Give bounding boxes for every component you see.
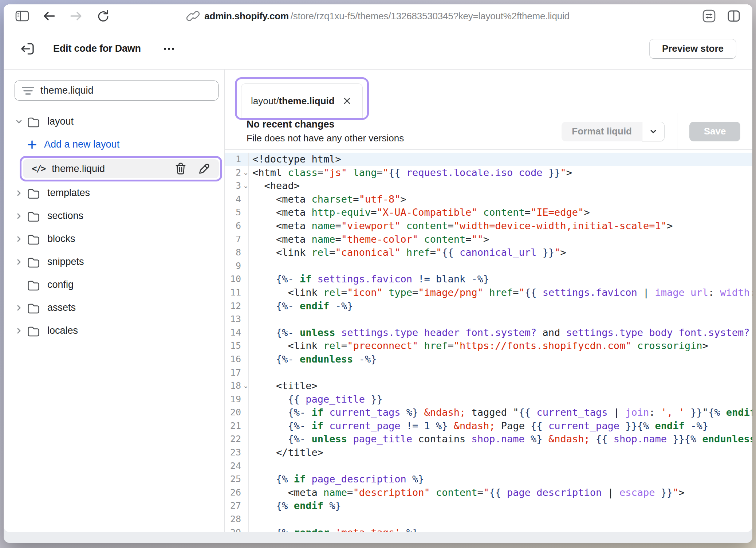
code-line[interactable]: 10 {%- if settings.favicon != blank -%} [225, 273, 752, 286]
status-subtitle: File does not have any other versions [247, 133, 404, 144]
search-input[interactable] [40, 85, 212, 96]
url-bar[interactable]: admin.shopify.com/store/rzq1xu-f5/themes… [186, 9, 570, 23]
line-number: 23 [225, 446, 249, 459]
line-number: 24 [225, 459, 249, 473]
fold-chevron-icon[interactable]: ⌄ [243, 182, 249, 189]
close-icon[interactable] [341, 95, 353, 107]
code-line[interactable]: 22 {%- unless page_title contains shop.n… [225, 432, 752, 446]
line-number: 20 [225, 406, 249, 419]
chevron-right-icon[interactable] [15, 327, 23, 335]
file-search[interactable] [15, 81, 218, 101]
code-line[interactable]: 15 <link rel="preconnect" href="https://… [225, 339, 752, 353]
code-line[interactable]: 21 {%- if current_page != 1 %} &ndash; P… [225, 419, 752, 433]
line-number: 28 [225, 513, 249, 526]
code-line[interactable]: 5 <meta http-equiv="X-UA-Compatible" con… [225, 206, 752, 219]
code-line[interactable]: 14 {%- unless settings.type_header_font.… [225, 326, 752, 340]
sidebar-item-theme-liquid[interactable]: </> theme.liquid [9, 156, 222, 181]
desktop-background: { "browser": { "url_host": "admin.shopif… [0, 0, 756, 548]
code-line[interactable]: 11 <link rel="icon" type="image/png" hre… [225, 286, 752, 300]
fold-chevron-icon[interactable]: ⌄ [243, 169, 249, 176]
save-button[interactable]: Save [689, 122, 741, 141]
code-line[interactable]: 19 {{ page_title }} [225, 393, 752, 406]
page-title: Edit code for Dawn [53, 43, 141, 54]
line-number: 29 [225, 526, 249, 532]
code-line[interactable]: 27 {% endif %} [225, 499, 752, 513]
filter-icon [21, 86, 35, 96]
folder-icon [27, 210, 40, 222]
sidebar-item-assets[interactable]: assets [9, 296, 222, 319]
preview-store-button[interactable]: Preview store [649, 39, 736, 59]
code-line[interactable]: 24 [225, 459, 752, 473]
status-title: No recent changes [247, 119, 404, 130]
tab-theme-liquid[interactable]: layout/theme.liquid [241, 83, 363, 118]
line-number: 9 [225, 259, 249, 273]
forward-icon[interactable] [68, 8, 84, 24]
line-number: 1 [225, 153, 249, 166]
line-number: 3⌄ [225, 179, 249, 193]
chevron-right-icon[interactable] [15, 189, 23, 197]
tab-highlight-ring: layout/theme.liquid [235, 77, 369, 120]
sidebar-item-blocks[interactable]: blocks [9, 227, 222, 250]
code-line[interactable]: 3⌄ <head> [225, 179, 752, 193]
chevron-right-icon[interactable] [15, 258, 23, 266]
code-line[interactable]: 2⌄<html class="js" lang="{{ request.loca… [225, 166, 752, 180]
exit-icon[interactable] [20, 41, 35, 56]
browser-window: admin.shopify.com/store/rzq1xu-f5/themes… [4, 4, 752, 543]
sidebar-toggle-icon[interactable] [15, 8, 30, 24]
code-line[interactable]: 9 [225, 259, 752, 273]
sidebar-item-snippets[interactable]: snippets [9, 250, 222, 273]
code-line[interactable]: 16 {%- endunless -%} [225, 353, 752, 366]
folder-icon [27, 187, 40, 199]
code-line[interactable]: 18⌄ <title> [225, 379, 752, 393]
back-icon[interactable] [42, 8, 57, 24]
line-number: 2⌄ [225, 166, 249, 180]
code-line[interactable]: 7 <meta name="theme-color" content=""> [225, 233, 752, 246]
line-number: 15 [225, 339, 249, 353]
code-line[interactable]: 20 {%- if current_tags %} &ndash; tagged… [225, 406, 752, 419]
code-line[interactable]: 26 <meta name="description" content="{{ … [225, 486, 752, 500]
code-line[interactable]: 12 {%- endif -%} [225, 300, 752, 313]
chevron-down-icon[interactable] [15, 118, 23, 126]
line-number: 27 [225, 499, 249, 513]
file-label: theme.liquid [52, 163, 105, 175]
code-line[interactable]: 17 [225, 366, 752, 380]
sidebar-item-layout[interactable]: layout [9, 110, 222, 133]
code-line[interactable]: 13 [225, 313, 752, 326]
add-layout-label: Add a new layout [44, 139, 119, 150]
browser-toolbar: admin.shopify.com/store/rzq1xu-f5/themes… [4, 4, 752, 28]
line-number: 6 [225, 219, 249, 233]
trash-icon[interactable] [174, 162, 187, 175]
sidebar-item-locales[interactable]: locales [9, 319, 222, 342]
chevron-right-icon[interactable] [15, 212, 23, 220]
chevron-right-icon[interactable] [15, 304, 23, 312]
folder-icon [27, 279, 40, 291]
sidebar-item-sections[interactable]: sections [9, 204, 222, 227]
format-liquid-button[interactable]: Format liquid [562, 122, 642, 141]
fold-chevron-icon[interactable]: ⌄ [243, 382, 249, 389]
format-liquid-caret-button[interactable] [642, 122, 665, 141]
code-line[interactable]: 25 {% if page_description %} [225, 473, 752, 486]
code-line[interactable]: 1<!doctype html> [225, 153, 752, 166]
line-number: 8 [225, 246, 249, 259]
sidebar-item-config[interactable]: config [9, 273, 222, 296]
sidebar-item-templates[interactable]: templates [9, 181, 222, 204]
reload-icon[interactable] [95, 8, 111, 24]
code-line[interactable]: 23 </title> [225, 446, 752, 459]
add-layout-link[interactable]: Add a new layout [9, 133, 222, 156]
line-number: 11 [225, 286, 249, 300]
selection-highlight-ring: </> theme.liquid [20, 156, 222, 181]
folder-label: templates [47, 187, 90, 199]
split-view-icon[interactable] [726, 8, 741, 24]
more-icon[interactable] [163, 47, 175, 51]
code-line[interactable]: 4 <meta charset="utf-8"> [225, 193, 752, 206]
line-number: 5 [225, 206, 249, 219]
code-line[interactable]: 29 {% render 'meta-tags' %} [225, 526, 752, 532]
tune-icon[interactable] [701, 8, 717, 24]
chevron-right-icon[interactable] [15, 235, 23, 243]
pencil-icon[interactable] [198, 163, 210, 175]
code-line[interactable]: 28 [225, 513, 752, 526]
folder-icon [27, 256, 40, 268]
code-line[interactable]: 8 <link rel="canonical" href="{{ canonic… [225, 246, 752, 259]
code-lines[interactable]: 1<!doctype html>2⌄<html class="js" lang=… [225, 150, 752, 532]
code-line[interactable]: 6 <meta name="viewport" content="width=d… [225, 219, 752, 233]
